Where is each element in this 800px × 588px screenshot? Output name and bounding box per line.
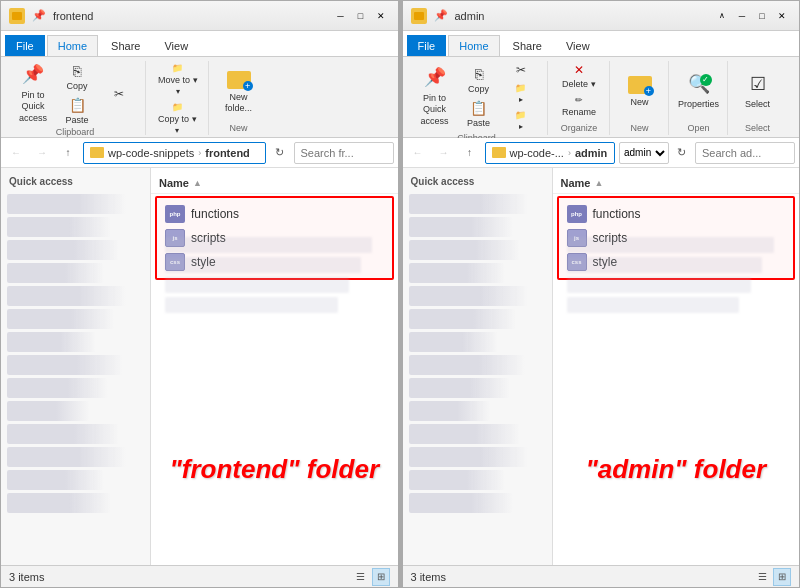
frontend-up-button[interactable]: ↑ — [57, 142, 79, 164]
admin-tab-file[interactable]: File — [407, 35, 447, 56]
frontend-tab-home[interactable]: Home — [47, 35, 98, 56]
admin-tab-home[interactable]: Home — [448, 35, 499, 56]
frontend-col-name[interactable]: Name ▲ — [159, 177, 390, 189]
admin-folder-label: "admin" folder — [585, 454, 766, 485]
admin-paste-icon: 📋 — [470, 100, 487, 116]
admin-select-button[interactable]: ☑ Select — [736, 64, 780, 120]
admin-maximize-button[interactable]: □ — [753, 7, 771, 25]
admin-back-button[interactable]: ← — [407, 142, 429, 164]
admin-refresh-button[interactable]: ↻ — [671, 143, 691, 163]
frontend-forward-button[interactable]: → — [31, 142, 53, 164]
cut-icon: ✂ — [114, 87, 124, 101]
frontend-new-folder-button[interactable]: Newfolde... — [217, 64, 261, 120]
admin-search-input[interactable] — [695, 142, 795, 164]
frontend-folder-label: "frontend" folder — [169, 454, 379, 485]
admin-select-buttons: ☑ Select — [736, 61, 780, 123]
paste-icon: 📋 — [69, 97, 86, 113]
admin-delete-button[interactable]: ✕ Delete ▾ — [558, 61, 600, 91]
admin-clipboard-group: 📌 Pin to Quickaccess ⎘ Copy 📋 Paste — [407, 61, 548, 135]
frontend-sidebar-item-14 — [7, 493, 111, 513]
admin-rename-icon: ✏ — [575, 95, 583, 105]
admin-organize-buttons: ✕ Delete ▾ ✏ Rename — [558, 61, 600, 123]
admin-new-folder-button[interactable]: New — [618, 64, 662, 120]
moveto-icon: 📁 — [172, 63, 183, 73]
admin-select-group: ☑ Select Select — [730, 61, 786, 135]
admin-path-dropdown[interactable]: admin — [619, 142, 669, 164]
frontend-tab-share[interactable]: Share — [100, 35, 151, 56]
frontend-new-label: New — [230, 123, 248, 135]
admin-sidebar-item-5 — [409, 286, 528, 306]
admin-ribbon: File Home Share View 📌 Pin to Quickacces… — [403, 31, 800, 138]
admin-sidebar-item-8 — [409, 355, 525, 375]
admin-minimize-button[interactable]: ─ — [733, 7, 751, 25]
frontend-moveto-button[interactable]: 📁 Move to ▾ — [154, 61, 202, 98]
admin-address-folder-icon — [492, 147, 506, 158]
admin-sidebar-item-13 — [409, 470, 506, 490]
admin-sidebar-item-4 — [409, 263, 506, 283]
admin-pin-button[interactable]: 📌 Pin to Quickaccess — [413, 64, 457, 129]
admin-tab-view[interactable]: View — [555, 35, 601, 56]
frontend-tab-view[interactable]: View — [153, 35, 199, 56]
frontend-paste-button[interactable]: 📋 Paste — [57, 95, 97, 127]
admin-new-label: New — [630, 123, 648, 135]
admin-window: 📌 admin ∧ ─ □ ✕ File Home Share View 📌 P… — [402, 0, 801, 588]
frontend-back-button[interactable]: ← — [5, 142, 27, 164]
frontend-tab-file[interactable]: File — [5, 35, 45, 56]
admin-new-folder-label: New — [630, 97, 648, 108]
admin-rename-button[interactable]: ✏ Rename — [558, 93, 600, 119]
admin-quick-access-pin-icon: 📌 — [433, 8, 449, 24]
admin-open-label: Open — [687, 123, 709, 135]
frontend-minimize-button[interactable]: ─ — [332, 7, 350, 25]
frontend-list-view-button[interactable]: ☰ — [352, 568, 370, 586]
frontend-address-path[interactable]: wp-code-snippets › frontend — [83, 142, 266, 164]
admin-copyto-button2[interactable]: 📁▸ — [501, 108, 541, 133]
frontend-pin-button[interactable]: 📌 Pin to Quickaccess — [11, 61, 55, 126]
frontend-file-functions[interactable]: php functions — [161, 202, 388, 226]
admin-file-functions[interactable]: php functions — [563, 202, 790, 226]
admin-detail-view-button[interactable]: ⊞ — [773, 568, 791, 586]
admin-status-text: 3 items — [411, 571, 446, 583]
frontend-search-input[interactable] — [294, 142, 394, 164]
paste-label: Paste — [65, 115, 88, 125]
frontend-copyto-button[interactable]: 📁 Copy to ▾ — [154, 100, 201, 137]
admin-open-buttons: 🔍 ✓ Properties — [677, 61, 721, 123]
frontend-detail-view-button[interactable]: ⊞ — [372, 568, 390, 586]
admin-select-label: Select — [745, 99, 770, 110]
admin-moveto-button2[interactable]: 📁▸ — [501, 81, 541, 106]
admin-close-button[interactable]: ✕ — [773, 7, 791, 25]
admin-chevron-up-button[interactable]: ∧ — [713, 7, 731, 25]
admin-copy-button[interactable]: ⎘ Copy — [459, 64, 499, 96]
admin-paste-button[interactable]: 📋 Paste — [459, 98, 499, 130]
frontend-path-segment2: frontend — [205, 147, 250, 159]
admin-col-name[interactable]: Name ▲ — [561, 177, 792, 189]
frontend-path-segment1: wp-code-snippets — [108, 147, 194, 159]
frontend-sidebar-item-13 — [7, 470, 104, 490]
admin-forward-button[interactable]: → — [433, 142, 455, 164]
frontend-refresh-button[interactable]: ↻ — [270, 143, 290, 163]
admin-title-controls: ∧ ─ □ ✕ — [713, 7, 791, 25]
admin-cut-button[interactable]: ✂ — [501, 61, 541, 79]
frontend-maximize-button[interactable]: □ — [352, 7, 370, 25]
admin-sidebar-item-11 — [409, 424, 521, 444]
frontend-window: 📌 frontend ─ □ ✕ File Home Share View 📌 … — [0, 0, 399, 588]
admin-path-segment2: admin — [575, 147, 607, 159]
admin-list-view-button[interactable]: ☰ — [753, 568, 771, 586]
frontend-file-list-header: Name ▲ — [151, 172, 398, 194]
admin-open-group: 🔍 ✓ Properties Open — [671, 61, 728, 135]
frontend-view-controls: ☰ ⊞ — [352, 568, 390, 586]
frontend-sidebar-item-4 — [7, 263, 104, 283]
admin-pin-icon: 📌 — [424, 66, 446, 89]
admin-tab-share[interactable]: Share — [502, 35, 553, 56]
frontend-status-bar: 3 items ☰ ⊞ — [1, 565, 398, 587]
admin-address-path[interactable]: wp-code-... › admin — [485, 142, 616, 164]
new-folder-icon — [227, 71, 251, 89]
frontend-cut-button[interactable]: ✂ — [99, 85, 139, 103]
frontend-title: frontend — [53, 10, 93, 22]
frontend-close-button[interactable]: ✕ — [372, 7, 390, 25]
admin-properties-button[interactable]: 🔍 ✓ Properties — [677, 64, 721, 120]
frontend-window-icon — [9, 8, 25, 24]
frontend-copy-button[interactable]: ⎘ Copy — [57, 61, 97, 93]
functions-file-name: functions — [191, 207, 239, 221]
admin-up-button[interactable]: ↑ — [459, 142, 481, 164]
admin-sidebar: Quick access — [403, 168, 553, 565]
